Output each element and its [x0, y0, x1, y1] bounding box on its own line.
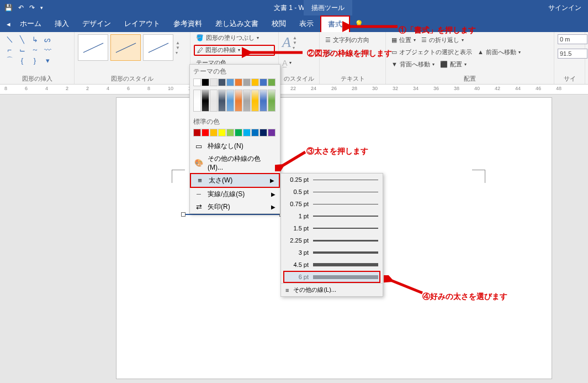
tab-view[interactable]: 表示 [293, 15, 320, 32]
weight-option[interactable]: 6 pt [281, 271, 383, 283]
send-backward-icon: ▼ [391, 61, 398, 67]
color-shade-column[interactable] [251, 90, 259, 112]
color-swatch[interactable] [259, 129, 267, 137]
shape-scribble-icon[interactable]: 〰 [41, 45, 54, 55]
dashes-item[interactable]: ┈実線/点線(S)▶ [190, 188, 280, 201]
position-button[interactable]: ▦位置▾ [389, 34, 418, 45]
shape-style-gallery[interactable]: ▲▼▾ [78, 34, 187, 61]
tab-insert[interactable]: 挿入 [48, 15, 76, 32]
style-thumb-1[interactable] [78, 34, 108, 61]
color-swatch[interactable] [210, 78, 218, 86]
shape-curve-icon[interactable]: ～ [29, 45, 41, 55]
collapse-arrow-icon[interactable]: ◂ [0, 15, 13, 32]
color-shade-column[interactable] [202, 90, 209, 112]
style-down-icon[interactable]: ▼ [176, 45, 182, 50]
color-swatch[interactable] [193, 129, 201, 137]
shape-line2-icon[interactable]: ╲ [16, 34, 28, 44]
weight-option[interactable]: 3 pt [281, 246, 383, 259]
color-swatch[interactable] [202, 129, 209, 137]
color-swatch[interactable] [259, 78, 267, 86]
style-thumb-3[interactable] [143, 34, 173, 61]
weight-option[interactable]: 0.5 pt [281, 186, 383, 198]
style-thumb-2[interactable] [110, 34, 141, 61]
shape-bracket2-icon[interactable]: } [29, 55, 41, 65]
annotation-arrow-2 [242, 47, 308, 58]
signin-link[interactable]: サインイン [548, 3, 588, 13]
send-backward-button[interactable]: ▼背面へ移動▾ [389, 59, 437, 70]
color-shade-column[interactable] [235, 90, 242, 112]
shape-more-icon[interactable]: ▾ [41, 55, 54, 65]
contextual-tab-drawing-tools[interactable]: 描画ツール [304, 0, 352, 15]
color-swatch[interactable] [226, 78, 234, 86]
style-more-icon[interactable]: ▾ [176, 50, 182, 55]
arrows-item[interactable]: ⇄矢印(R)▶ [190, 201, 280, 213]
color-swatch[interactable] [210, 129, 218, 137]
color-shade-column[interactable] [268, 90, 276, 112]
tab-references[interactable]: 参考資料 [167, 15, 209, 32]
theme-color-shades[interactable] [190, 90, 280, 115]
shape-freeform-icon[interactable]: ᔕ [41, 34, 54, 44]
color-swatch[interactable] [268, 78, 276, 86]
color-swatch[interactable] [218, 78, 226, 86]
color-shade-column[interactable] [193, 90, 201, 112]
standard-color-row[interactable] [190, 129, 280, 140]
color-shade-column[interactable] [259, 90, 267, 112]
shape-width-input[interactable]: 91.5 [558, 49, 587, 59]
tab-layout[interactable]: レイアウト [118, 15, 167, 32]
qat-more-icon[interactable]: ▾ [40, 5, 43, 11]
tab-mailings[interactable]: 差し込み文書 [209, 15, 265, 32]
shape-height-input[interactable]: 0 m [558, 34, 587, 44]
undo-icon[interactable]: ↶ [18, 4, 24, 12]
shape-gallery[interactable]: ＼ ╲ ↳ ᔕ ⌐ ⌙ ～ 〰 ⌒ { } ▾ [3, 34, 71, 65]
tab-design[interactable]: デザイン [76, 15, 118, 32]
more-lines-item[interactable]: ≡その他の線(L)... [281, 283, 383, 296]
redo-icon[interactable]: ↷ [29, 4, 35, 12]
tab-review[interactable]: 校閲 [265, 15, 293, 32]
selection-pane-button[interactable]: ▭オブジェクトの選択と表示 [389, 46, 474, 57]
color-shade-column[interactable] [243, 90, 251, 112]
color-swatch[interactable] [226, 129, 234, 137]
weight-option[interactable]: 2.25 pt [281, 234, 383, 246]
color-swatch[interactable] [202, 78, 209, 86]
shape-elbow-icon[interactable]: ⌐ [3, 45, 15, 55]
tab-home[interactable]: ホーム [13, 15, 48, 32]
color-swatch[interactable] [251, 129, 259, 137]
more-outline-colors-item[interactable]: 🎨その他の枠線の色(M)... [190, 153, 280, 173]
color-swatch[interactable] [243, 129, 251, 137]
align-button[interactable]: ⬛配置▾ [438, 59, 469, 70]
weight-option[interactable]: 1.5 pt [281, 222, 383, 234]
shape-connector-icon[interactable]: ↳ [29, 34, 41, 44]
weight-option[interactable]: 1 pt [281, 210, 383, 222]
shape-bracket-icon[interactable]: { [16, 55, 28, 65]
weight-option[interactable]: 0.75 pt [281, 198, 383, 210]
color-swatch[interactable] [243, 78, 251, 86]
wrap-text-button[interactable]: ☰の折り返し▾ [419, 34, 466, 45]
color-swatch[interactable] [251, 78, 259, 86]
text-fill-icon[interactable]: A̲ [282, 59, 288, 67]
color-shade-column[interactable] [218, 90, 226, 112]
color-swatch[interactable] [218, 129, 226, 137]
selected-line-shape[interactable] [183, 214, 282, 215]
weight-option[interactable]: 0.25 pt [281, 174, 383, 186]
wa-up-icon[interactable]: ▲ [293, 35, 297, 40]
theme-color-row[interactable] [190, 78, 280, 90]
bring-forward-button[interactable]: ▲前面へ移動▾ [475, 46, 523, 57]
color-shade-column[interactable] [210, 90, 218, 112]
no-outline-item[interactable]: ▭枠線なし(N) [190, 140, 280, 153]
save-icon[interactable]: 💾 [4, 4, 13, 12]
weight-option[interactable]: 4.5 pt [281, 259, 383, 271]
wa-dn-icon[interactable]: ▼ [293, 40, 297, 45]
shape-arc-icon[interactable]: ⌒ [3, 55, 15, 65]
color-shade-column[interactable] [226, 90, 234, 112]
color-swatch[interactable] [268, 129, 276, 137]
shape-line-icon[interactable]: ＼ [3, 34, 15, 44]
text-direction-button[interactable]: ☰文字列の方向 [323, 34, 382, 45]
color-swatch[interactable] [235, 78, 242, 86]
shape-elbow2-icon[interactable]: ⌙ [16, 45, 28, 55]
color-swatch[interactable] [235, 129, 242, 137]
weight-item[interactable]: ≡太さ(W)▶ [190, 173, 280, 188]
style-up-icon[interactable]: ▲ [176, 40, 182, 45]
wrap-text-label: の折り返し [429, 36, 459, 44]
color-swatch[interactable] [193, 78, 201, 86]
shape-fill-button[interactable]: 🪣図形の塗りつぶし▾ [194, 32, 275, 43]
